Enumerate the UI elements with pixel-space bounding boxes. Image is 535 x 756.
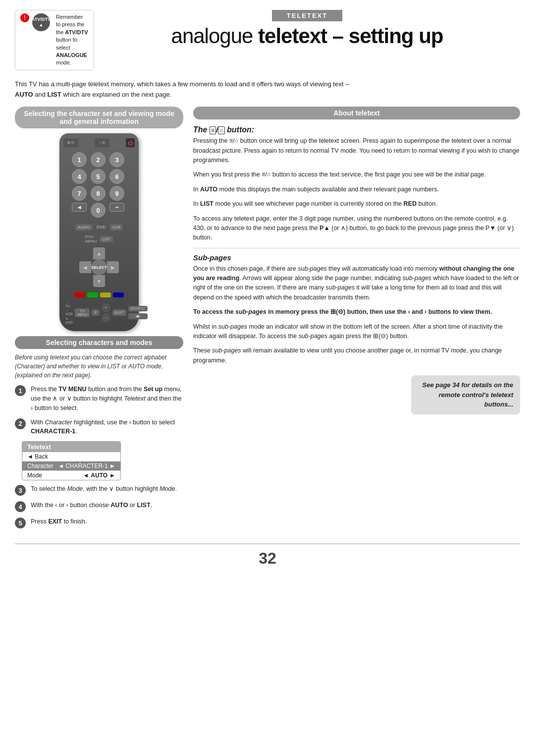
title-analogue: analogue (171, 24, 253, 48)
colored-buttons (74, 292, 124, 297)
step-3: 3 To select the Mode, with the ∨ button … (15, 484, 183, 496)
inline-circle-icon: ○ (235, 137, 239, 144)
step-text-5: Press EXIT to finish. (31, 517, 183, 526)
right-column: About teletext The ≡/○ button: Pressing … (193, 107, 520, 414)
btn-vcr: VCR (109, 224, 123, 231)
header: ! ATV/DTV▲ Remember to press the the ATV… (15, 10, 520, 70)
teletext-menu-box: Teletext ◄ Back Character ◄ CHARACTER-1 … (22, 441, 121, 480)
btn-3: 3 (109, 152, 124, 167)
numpad: 1 2 3 4 5 6 7 8 9 ◀ 0 ↩ (72, 152, 126, 218)
button-para-2: When you first press the ≡/○ button to a… (193, 170, 520, 179)
dvd-menu-row: DVDMENU LIST (63, 234, 135, 243)
btn-audio: AUDIO (75, 224, 93, 231)
btn-yellow (100, 292, 111, 297)
btn-dvd: DVD (96, 222, 107, 233)
button-para-5: To access any teletext page, enter the 3… (193, 214, 520, 243)
bottom-row: → TV → VCR ↳ DVD TVMENU P + – EXIT (63, 301, 135, 324)
tmb-header: Teletext (22, 442, 120, 452)
btn-0: 0 (91, 203, 106, 218)
intro-text: This TV has a multi-page teletext memory… (15, 79, 352, 100)
button-section-title: The ≡/○ button: (193, 125, 520, 134)
atv-note: ! ATV/DTV▲ Remember to press the the ATV… (15, 10, 94, 70)
subpages-para-1: Once in this chosen page, if there are s… (193, 264, 520, 303)
btn-2: 2 (91, 152, 106, 167)
btn-minus: – (102, 313, 110, 322)
btn-1: 1 (72, 152, 87, 167)
step-1: 1 Press the TV MENU button and from the … (15, 385, 183, 412)
inline-menu-icon-2: ≡ (262, 171, 265, 178)
remote-icon-mid: ○ ⊟ (95, 138, 109, 147)
button-para-4: In LIST mode you will see whichever page… (193, 199, 520, 209)
tmb-character-value: ◄ CHARACTER-1 ► (58, 463, 115, 469)
subpages-para-2: Whilst in sub-pages mode an indicator wi… (193, 322, 520, 342)
page-title: analogue teletext – setting up (171, 24, 443, 48)
tmb-back-label: ◄ Back (27, 453, 48, 460)
step-num-5: 5 (15, 518, 26, 528)
inline-menu-icon: ≡ (229, 137, 233, 144)
button-para-1: Pressing the ≡/○ button once will bring … (193, 136, 520, 165)
atv-circle: ATV/DTV▲ (32, 13, 50, 31)
left-column: Selecting the character set and viewing … (15, 107, 183, 533)
inline-circle-icon-2: ○ (267, 171, 271, 178)
subpages-para-3: These sub-pages will remain available to… (193, 346, 520, 365)
dpad: ▲ ▼ ◀ ▶ SELECT (79, 247, 119, 287)
btn-plus: + (102, 303, 110, 312)
label-tv: → TV (65, 301, 73, 308)
btn-9: 9 (109, 186, 124, 201)
label-vcr: → VCR (65, 309, 73, 316)
btn-prev: ◀ (72, 203, 87, 212)
btn-8: 8 (91, 186, 106, 201)
dpad-down: ▼ (93, 275, 105, 287)
subpages-title: Sub-pages (193, 253, 520, 262)
btn-exit: EXIT (112, 309, 126, 316)
tmb-mode-row: Mode ◄ AUTO ► (22, 471, 120, 480)
dpad-select: SELECT (91, 259, 107, 275)
step-2: 2 With Character highlighted, use the › … (15, 418, 183, 437)
step-num-4: 4 (15, 501, 26, 512)
step-list-2: 3 To select the Mode, with the ∨ button … (15, 484, 183, 528)
power-icon: ⏻ (126, 138, 135, 147)
btn-blue (113, 292, 124, 297)
tmb-character-row: Character ◄ CHARACTER-1 ► (22, 462, 120, 471)
btn-7: 7 (72, 186, 87, 201)
step-list: 1 Press the TV MENU button and from the … (15, 385, 183, 436)
italic-note: Before using teletext you can choose the… (15, 353, 183, 380)
see-page-note: See page 34 for details on the remote co… (411, 375, 520, 414)
step-num-1: 1 (15, 385, 26, 396)
step-num-2: 2 (15, 418, 26, 429)
step-text-2: With Character highlighted, use the › bu… (31, 418, 183, 437)
dpad-up: ▲ (93, 247, 105, 259)
btn-tvmenu: TVMENU (75, 308, 90, 317)
atv-note-text: Remember to press the the ATV/DTV button… (56, 13, 89, 67)
step-text-3: To select the Mode, with the ∨ button hi… (31, 484, 183, 494)
step-5: 5 Press EXIT to finish. (15, 517, 183, 528)
page-number: 32 (15, 543, 520, 568)
chars-section-header: Selecting characters and modes (15, 336, 183, 349)
button-para-3: In AUTO mode this displays the main subj… (193, 185, 520, 194)
step-text-1: Press the TV MENU button and from the Se… (31, 385, 183, 412)
menu-icon: ≡ (210, 126, 216, 134)
subpages-bold-note: To access the sub-pages in memory press … (193, 307, 520, 317)
btn-red (74, 292, 85, 297)
btn-p: P (92, 309, 99, 316)
remote-control: ⊞ ⊡ ○ ⊟ ⏻ 1 2 3 4 5 6 7 8 9 ◀ 0 ↩ (59, 133, 139, 331)
step-num-3: 3 (15, 485, 26, 496)
remote-icon-left: ⊞ ⊡ (63, 138, 78, 147)
label-dvd: ↳ DVD (65, 317, 73, 324)
step-text-4: With the ‹ or › button choose AUTO or LI… (31, 501, 183, 510)
btn-5: 5 (91, 169, 106, 184)
divider (193, 248, 520, 248)
tmb-mode-label: Mode (27, 472, 42, 479)
btn-green (87, 292, 98, 297)
two-column-layout: Selecting the character set and viewing … (15, 107, 520, 533)
left-top-header: Selecting the character set and viewing … (15, 107, 183, 128)
remote-label-col: → TV → VCR ↳ DVD (65, 301, 73, 324)
btn-6: 6 (109, 169, 124, 184)
remote-top-icons: ⊞ ⊡ ○ ⊟ ⏻ (63, 138, 135, 147)
about-header: About teletext (193, 107, 520, 119)
btn-list: LIST (100, 236, 113, 242)
exclamation-icon: ! (20, 13, 29, 22)
circle-icon: ○ (218, 126, 224, 134)
tmb-back-row: ◄ Back (22, 452, 120, 462)
dpad-right: ▶ (107, 261, 119, 273)
